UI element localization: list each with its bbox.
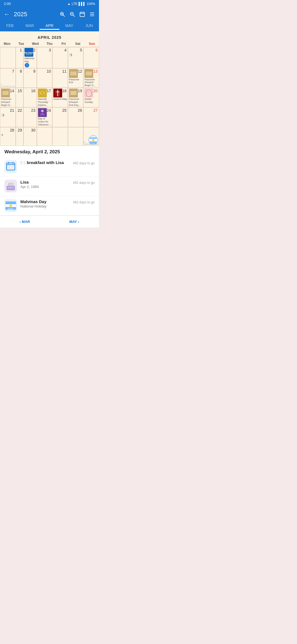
event-days-breakfast: 462 days to go bbox=[73, 161, 95, 165]
cal-day-4[interactable]: 4 bbox=[52, 47, 68, 68]
prev-month-button[interactable]: ‹ MAR bbox=[0, 218, 50, 225]
day-action-icon bbox=[38, 108, 47, 117]
cal-date-28: 28 bbox=[1, 128, 15, 132]
cal-day-11[interactable]: 11 bbox=[52, 68, 68, 88]
cal-badge-2: 2 bbox=[25, 63, 29, 67]
cal-day-12[interactable]: 12 Passover Eve bbox=[68, 68, 84, 88]
cal-date-1: 1 bbox=[17, 48, 23, 52]
event-title-lisa: Lisa bbox=[20, 180, 73, 184]
cal-day-30[interactable]: 30 bbox=[23, 127, 37, 146]
cal-empty-1[interactable] bbox=[0, 47, 16, 68]
cal-day-7[interactable]: 7 © Calendar2U.com bbox=[0, 68, 16, 88]
cal-event-malvinas: Malvinas Day bbox=[24, 57, 36, 63]
svg-point-94 bbox=[8, 208, 9, 209]
zoom-in-button[interactable] bbox=[58, 10, 67, 18]
cal-day-17[interactable]: 17 Maundy Thursday (Option... bbox=[37, 88, 53, 107]
cal-day-10[interactable]: 10 bbox=[37, 68, 53, 88]
cal-date-14: 14 bbox=[10, 89, 15, 93]
zoom-out-button[interactable] bbox=[68, 10, 76, 18]
signal-icon: LTE bbox=[72, 2, 78, 6]
cal-day-8[interactable]: 8 bbox=[16, 68, 23, 88]
cal-day-25[interactable]: 25 bbox=[52, 107, 68, 127]
tab-apr[interactable]: APR bbox=[40, 21, 59, 30]
cal-day-14[interactable]: 14 Passover (Pesach Begin D... bbox=[0, 88, 16, 107]
calendar-wrapper: APRIL 2025 Mon Tue Wed Thu Fri Sat Sun 1… bbox=[0, 31, 99, 146]
month-tabs: FEB MAR APR MAY JUN bbox=[0, 21, 99, 31]
cal-event-passover-14: Passover (Pesach Begin D... bbox=[1, 98, 15, 107]
event-title-malvinas: Malvinas Day bbox=[20, 199, 73, 204]
cal-day-18[interactable]: 18 Good Friday bbox=[52, 88, 68, 107]
cal-day-15[interactable]: 15 bbox=[16, 88, 23, 107]
svg-text:🍽️: 🍽️ bbox=[9, 166, 13, 169]
event-icon-breakfast: 🍽️ bbox=[4, 160, 17, 173]
tab-feb[interactable]: FEB bbox=[0, 21, 20, 30]
good-friday-icon bbox=[53, 89, 62, 97]
event-card-breakfast[interactable]: 🍽️ 🍽️ breakfast with Lisa 462 days to go bbox=[0, 157, 99, 176]
event-date-header: Wednesday, April 2, 2025 bbox=[0, 146, 99, 157]
svg-point-98 bbox=[11, 208, 12, 209]
cal-event-day-action: Day of Action for Tolerance ... bbox=[38, 117, 52, 126]
cal-date-21: 21 bbox=[1, 108, 15, 113]
cal-day-19[interactable]: 19 Passover (Pesach End Day... bbox=[68, 88, 84, 107]
svg-rect-76 bbox=[8, 187, 14, 187]
cal-date-27: 27 bbox=[84, 108, 98, 113]
event-card-lisa[interactable]: Lisa Apr 2, 1984 462 days to go bbox=[0, 176, 99, 196]
cal-date-29: 29 bbox=[17, 128, 23, 132]
header-thu: Thu bbox=[42, 41, 56, 47]
svg-point-62 bbox=[92, 139, 94, 141]
event-card-malvinas[interactable]: Malvinas Day National Holiday 462 days t… bbox=[0, 196, 99, 215]
cal-day-28[interactable]: 28 ● bbox=[0, 127, 16, 146]
cal-day-2[interactable]: MALVINAS ✦ ✦ ✦ 2 Malvinas Day 2 bbox=[23, 47, 37, 68]
calendar-month-title: APRIL 2025 bbox=[0, 32, 99, 41]
cal-day-26[interactable]: 26 bbox=[68, 107, 84, 127]
svg-rect-97 bbox=[9, 209, 10, 209]
passover-end-icon bbox=[69, 89, 78, 97]
status-bar: 2:00 ▲ LTE ▌▌▌ 100% bbox=[0, 0, 99, 7]
cal-date-30: 30 bbox=[24, 128, 36, 132]
cal-date-18: 18 bbox=[62, 89, 67, 93]
cal-day-16[interactable]: 16 bbox=[23, 88, 37, 107]
tab-mar[interactable]: MAR bbox=[20, 21, 40, 30]
cal-day-29[interactable]: 29 bbox=[16, 127, 23, 146]
cal-date-6: 6 bbox=[84, 48, 98, 52]
tab-may[interactable]: MAY bbox=[59, 21, 79, 30]
back-button[interactable]: ← bbox=[3, 10, 11, 19]
svg-rect-7 bbox=[80, 12, 85, 17]
cal-day-20[interactable]: 20 Easter Sunday bbox=[83, 88, 99, 107]
tab-jun[interactable]: JUN bbox=[79, 21, 99, 30]
cal-date-3: 3 bbox=[38, 48, 52, 52]
cal-day-22[interactable]: 22 bbox=[16, 107, 23, 127]
cal-day-27[interactable]: 27 bbox=[83, 107, 99, 127]
calendar-view-button[interactable] bbox=[78, 10, 86, 18]
cal-day-9[interactable]: 9 bbox=[23, 68, 37, 88]
cal-date-11: 11 bbox=[53, 69, 67, 73]
next-month-button[interactable]: MAY › bbox=[50, 218, 99, 225]
status-time: 2:00 bbox=[4, 2, 11, 6]
svg-text:MALVINAS: MALVINAS bbox=[24, 51, 33, 54]
cal-day-3[interactable]: 3 bbox=[37, 47, 53, 68]
cal-date-25: 25 bbox=[53, 108, 67, 113]
cal-empty-4 bbox=[68, 127, 84, 146]
cal-day-5[interactable]: 5 ◑ bbox=[68, 47, 84, 68]
cal-date-22: 22 bbox=[17, 108, 23, 113]
svg-rect-101 bbox=[12, 209, 13, 209]
header-sun: Sun bbox=[85, 41, 99, 47]
svg-line-1 bbox=[63, 15, 65, 17]
svg-rect-78 bbox=[9, 184, 9, 186]
cal-date-7: 7 bbox=[1, 69, 15, 73]
cal-date-2: 2 bbox=[33, 48, 36, 52]
cal-day-13[interactable]: 13 Passover (Pesach Begin D... bbox=[83, 68, 99, 88]
moon-icon-5: ◑ bbox=[69, 52, 72, 57]
passover-begin-icon bbox=[84, 69, 93, 78]
cal-empty-2 bbox=[37, 127, 53, 146]
battery-icon: 100% bbox=[87, 2, 95, 6]
list-view-button[interactable] bbox=[88, 10, 96, 18]
cal-day-23[interactable]: 23 bbox=[23, 107, 37, 127]
cal-day-6[interactable]: 6 bbox=[83, 47, 99, 68]
calendar-grid: 1 MALVINAS ✦ ✦ ✦ 2 Malvinas Day 2 3 bbox=[0, 47, 99, 146]
cal-day-1[interactable]: 1 bbox=[16, 47, 23, 68]
status-icons: ▲ LTE ▌▌▌ 100% bbox=[67, 2, 95, 6]
wifi-icon: ▲ bbox=[67, 2, 71, 6]
cal-day-24[interactable]: 24 Day of Action for Tolerance ... bbox=[37, 107, 53, 127]
cal-day-21[interactable]: 21 ◑ bbox=[0, 107, 16, 127]
